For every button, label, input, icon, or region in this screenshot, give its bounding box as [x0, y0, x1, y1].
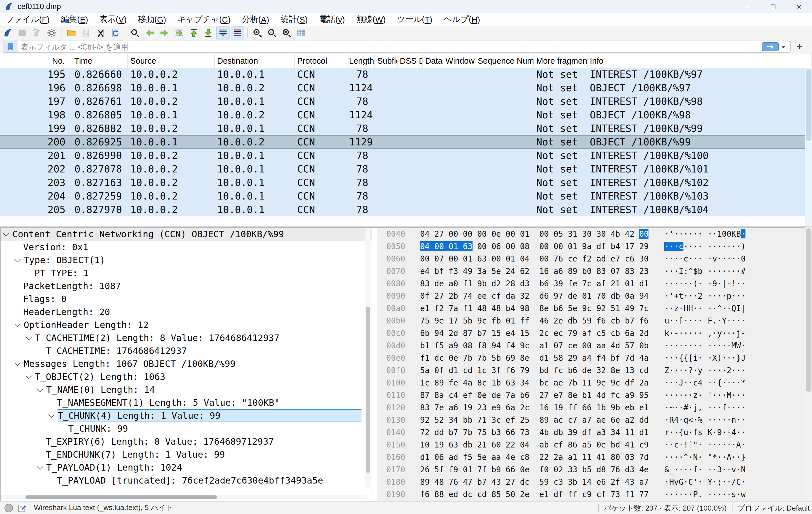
detail-vscrollbar[interactable]: [366, 228, 371, 487]
go-to-packet-icon[interactable]: [172, 26, 185, 39]
column-header-sequence-numbe[interactable]: Sequence Numbe: [475, 54, 534, 68]
tree-row-9[interactable]: T_CACHETIME: 1764686412937: [1, 344, 372, 357]
tree-row-0[interactable]: Content Centric Networking (CCN) OBJECT …: [1, 228, 372, 241]
hex-bytes[interactable]: 04 27 00 00 00 0e 00 01 00 05 31 30 30 4…: [420, 230, 649, 238]
go-first-icon[interactable]: [187, 26, 200, 39]
tree-row-16[interactable]: T_EXPIRY(6) Length: 8 Value: 17646897129…: [1, 435, 372, 448]
capture-options-icon[interactable]: [45, 26, 58, 39]
column-header-protocol[interactable]: Protocol: [295, 54, 349, 68]
hex-ascii[interactable]: ······(··9·|·!··: [665, 279, 746, 288]
hex-bytes[interactable]: 1c 89 fe 4a 8c 1b 63 34 bc ae 7b 11 9e 9…: [420, 378, 649, 387]
hex-ascii[interactable]: ······P.·····s·w: [665, 490, 746, 499]
menu-s[interactable]: 統計(S): [275, 13, 314, 26]
hex-bytes[interactable]: 75 9e 17 5b 9c fb 01 ff 46 2e db 59 f6 c…: [420, 316, 649, 325]
menu-c[interactable]: キャプチャ(C): [172, 13, 236, 26]
apply-filter-button[interactable]: [762, 42, 779, 51]
tree-row-13[interactable]: T_NAMESEGMENT(1) Length: 5 Value: "100KB…: [1, 396, 372, 409]
column-header-info[interactable]: Info: [587, 54, 812, 68]
hex-ascii[interactable]: k·-·····,·y···j-: [665, 329, 746, 338]
find-packet-icon[interactable]: [128, 26, 142, 39]
detail-hscrollbar[interactable]: [1, 495, 367, 500]
hex-ascii[interactable]: ·~··#·j,···f····: [665, 403, 746, 412]
menu-w[interactable]: 無線(W): [350, 13, 392, 26]
start-capture-icon[interactable]: [1, 26, 14, 39]
packet-row-196[interactable]: 1960.82669810.0.0.110.0.0.2CCN1124Not se…: [0, 81, 812, 95]
tree-row-8[interactable]: T_CACHETIME(2) Length: 8 Value: 17646864…: [1, 331, 372, 344]
menu-e[interactable]: 編集(E): [55, 13, 94, 26]
chevron-down-icon[interactable]: [14, 360, 21, 366]
tree-row-1[interactable]: Version: 0x1: [1, 241, 372, 253]
hex-bytes[interactable]: b1 f5 a9 08 f8 94 f4 9c a1 07 ce 00 aa 4…: [420, 341, 649, 350]
hex-bytes[interactable]: 26 5f f9 01 7f b9 66 0e f0 02 33 b5 d8 7…: [420, 465, 649, 474]
tree-row-10[interactable]: Messages Length: 1067 OBJECT /100KB/%99: [1, 357, 372, 370]
tree-row-12[interactable]: T_NAME(0) Length: 14: [1, 383, 372, 396]
hex-bytes[interactable]: 83 7e a6 19 23 e9 6a 2c 16 19 ff 66 1b 9…: [420, 403, 649, 412]
go-forward-icon[interactable]: [157, 26, 171, 39]
packet-row-197[interactable]: 1970.82676110.0.0.210.0.0.1CCN78Not setI…: [0, 95, 812, 108]
hex-ascii[interactable]: r··{u·fsK·9··4··: [665, 428, 746, 437]
hex-ascii[interactable]: &_····f···3··v·N: [665, 465, 746, 474]
hex-ascii[interactable]: ·R4·q<·%·····n··: [665, 415, 746, 424]
hex-ascii[interactable]: ····c····v·····0: [665, 254, 746, 263]
packet-row-199[interactable]: 1990.82688210.0.0.210.0.0.1CCN78Not setI…: [0, 122, 812, 135]
reload-file-icon[interactable]: [108, 26, 122, 39]
hex-bytes[interactable]: d1 06 ad f5 5e aa 4e c8 22 2a a1 11 41 8…: [420, 453, 649, 461]
auto-scroll-icon[interactable]: [216, 26, 230, 39]
hex-ascii[interactable]: ······z·'···M···: [665, 391, 746, 400]
go-back-icon[interactable]: [143, 26, 156, 39]
hex-bytes[interactable]: 00 07 00 01 63 00 01 04 00 76 ce f2 ad e…: [420, 254, 649, 263]
close-file-icon[interactable]: [94, 26, 107, 39]
tree-row-18[interactable]: T_PAYLOAD(1) Length: 1024: [1, 461, 372, 474]
packet-row-203[interactable]: 2030.82716310.0.0.210.0.0.1CCN78Not setI…: [0, 176, 812, 189]
zoom-in-icon[interactable]: [250, 26, 264, 39]
packet-row-201[interactable]: 2010.82699010.0.0.210.0.0.1CCN78Not setI…: [0, 149, 812, 162]
hex-bytes[interactable]: 89 48 76 47 b7 43 27 dc 59 c3 3b 14 e6 2…: [420, 477, 649, 486]
packet-row-205[interactable]: 2050.82797010.0.0.210.0.0.1CCN78Not setI…: [0, 203, 812, 216]
hex-ascii[interactable]: ·'+t···2····p···: [665, 292, 746, 300]
menu-h[interactable]: ヘルプ(H): [438, 13, 486, 26]
menu-f[interactable]: ファイル(F): [0, 13, 55, 26]
tree-row-5[interactable]: Flags: 0: [1, 293, 372, 305]
tree-row-17[interactable]: T_ENDCHUNK(7) Length: 1 Value: 99: [1, 448, 372, 461]
hex-bytes[interactable]: e1 f2 7a f1 48 48 b4 98 8e b6 5e 9c 92 5…: [420, 304, 649, 313]
column-header-destination[interactable]: Destination: [215, 54, 295, 68]
hex-ascii[interactable]: Z····?·y····2···: [665, 366, 746, 375]
hex-bytes[interactable]: e4 bf f3 49 3a 5e 24 62 16 a6 89 b0 83 0…: [420, 267, 649, 276]
hex-ascii[interactable]: ····^·N·"*··A··}: [665, 453, 746, 461]
menu-t[interactable]: ツール(T): [392, 13, 438, 26]
column-header-dss-da[interactable]: DSS Da: [398, 54, 423, 68]
hex-bytes[interactable]: f1 dc 0e 7b 7b 5b 69 8e d1 58 29 a4 f4 b…: [420, 353, 649, 362]
chevron-down-icon[interactable]: [37, 463, 44, 470]
packet-row-200[interactable]: 2000.82692510.0.0.110.0.0.2CCN1129Not se…: [0, 135, 812, 149]
tree-row-14[interactable]: T_CHUNK(4) Length: 1 Value: 99: [1, 409, 372, 422]
display-filter-input[interactable]: [18, 42, 762, 51]
hex-bytes[interactable]: 04 00 01 63 00 06 00 08 00 00 01 9a df b…: [420, 242, 649, 251]
add-filter-button[interactable]: +: [794, 41, 805, 53]
packet-row-202[interactable]: 2020.82707810.0.0.210.0.0.1CCN78Not setI…: [0, 162, 812, 176]
chevron-down-icon[interactable]: [37, 386, 44, 392]
save-file-icon[interactable]: 01010110: [79, 26, 92, 39]
hex-ascii[interactable]: ·············MW·: [665, 341, 746, 350]
zoom-reset-icon[interactable]: [280, 26, 293, 39]
hex-bytes[interactable]: 5a 0f d1 cd 1c 3f f6 79 bd fc b6 de 32 8…: [420, 366, 649, 375]
tree-row-6[interactable]: HeaderLength: 20: [1, 305, 372, 319]
menu-y[interactable]: 電話(y): [313, 13, 350, 26]
filter-dropdown-caret[interactable]: [781, 46, 785, 48]
column-header-more-fragments[interactable]: More fragments: [534, 54, 587, 68]
hex-ascii[interactable]: ·HvG·C'·Y·;··/C·: [665, 477, 746, 486]
hex-ascii[interactable]: ··c·!`"·······A·: [665, 440, 746, 449]
hex-bytes[interactable]: f6 88 ed dc cd 85 50 2e e1 df ff c9 cf 7…: [420, 490, 649, 499]
hex-bytes[interactable]: 6b 94 2d 87 b7 15 e4 15 2c ec 79 af c5 c…: [420, 329, 649, 338]
hex-bytes[interactable]: 10 19 63 db 21 60 22 04 ab cf 86 a5 0e b…: [420, 440, 649, 449]
menu-g[interactable]: 移動(G): [132, 13, 172, 26]
filter-bookmark-button[interactable]: [3, 41, 18, 53]
tree-row-7[interactable]: OptionHeader Length: 12: [1, 319, 372, 331]
zoom-out-icon[interactable]: [265, 26, 279, 39]
hex-bytes[interactable]: 72 dd b7 7b 75 b3 66 73 4b db 39 df a3 3…: [420, 428, 649, 437]
column-header-no-[interactable]: No.: [0, 54, 72, 68]
column-header-length[interactable]: Length: [349, 54, 375, 68]
hex-ascii[interactable]: ··z·HH····^··QI|: [665, 304, 746, 313]
go-last-icon[interactable]: [201, 26, 215, 39]
resize-columns-icon[interactable]: [294, 26, 308, 39]
hex-ascii[interactable]: ···{{[i··X)···}J: [665, 353, 746, 362]
